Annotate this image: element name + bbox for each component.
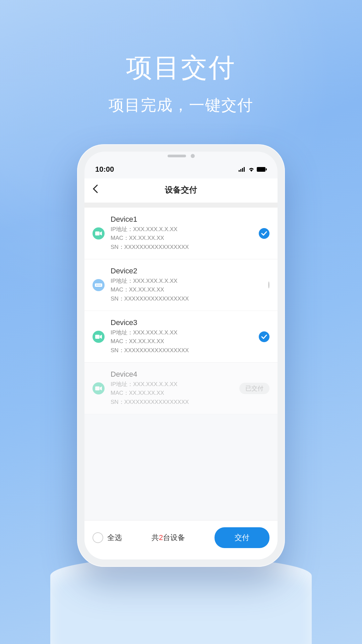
svg-point-11 [100,284,101,285]
svg-rect-0 [239,170,240,172]
svg-rect-13 [95,386,100,390]
svg-rect-1 [240,169,241,172]
nav-bar: 设备交付 [84,178,278,203]
device-sn: SN：XXXXXXXXXXXXXXXXX [111,294,264,303]
device-ip: IP地址：XXX.XXX.X.X.XX [111,380,235,389]
device-info: Device3IP地址：XXX.XXX.X.X.XXMAC：XX.XX.XX.X… [111,318,255,355]
hero-title: 项目交付 [0,50,362,86]
decorative-pedestal [50,557,312,644]
svg-rect-3 [244,167,245,172]
select-all-label: 全选 [107,533,122,543]
phone-notch [163,154,199,158]
svg-rect-12 [95,335,100,339]
svg-rect-7 [95,283,102,287]
status-icons [239,167,267,172]
check-icon [261,231,267,236]
battery-icon [257,167,267,172]
device-list: Device1IP地址：XXX.XXX.X.X.XXMAC：XX.XX.XX.X… [84,203,278,520]
delivered-badge: 已交付 [239,383,269,394]
svg-rect-4 [257,167,265,172]
svg-point-9 [98,284,99,285]
device-mac: MAC：XX.XX.XX.XX [111,389,235,397]
device-item: Device4IP地址：XXX.XXX.X.X.XXMAC：XX.XX.XX.X… [84,363,278,414]
device-name: Device4 [111,370,235,379]
device-mac: MAC：XX.XX.XX.XX [111,337,255,346]
device-sn: SN：XXXXXXXXXXXXXXXXX [111,346,255,355]
svg-rect-5 [266,168,267,170]
signal-icon [239,167,246,172]
device-info: Device1IP地址：XXX.XXX.X.X.XXMAC：XX.XX.XX.X… [111,215,255,252]
svg-rect-2 [242,168,243,172]
camera-icon [93,382,105,394]
svg-point-10 [99,284,100,285]
device-info: Device2IP地址：XXX.XXX.X.X.XXMAC：XX.XX.XX.X… [111,267,264,303]
device-item[interactable]: Device3IP地址：XXX.XXX.X.X.XXMAC：XX.XX.XX.X… [84,311,278,363]
hero: 项目交付 项目完成，一键交付 [0,0,362,116]
device-info: Device4IP地址：XXX.XXX.X.X.XXMAC：XX.XX.XX.X… [111,370,235,407]
camera-icon [93,227,105,239]
device-ip: IP地址：XXX.XXX.X.X.XX [111,277,264,285]
submit-button[interactable]: 交付 [215,527,269,548]
nav-title: 设备交付 [165,184,197,195]
device-item[interactable]: Device2IP地址：XXX.XXX.X.X.XXMAC：XX.XX.XX.X… [84,259,278,311]
device-item[interactable]: Device1IP地址：XXX.XXX.X.X.XXMAC：XX.XX.XX.X… [84,208,278,259]
device-name: Device3 [111,318,255,327]
nvr-icon [93,279,105,291]
device-ip: IP地址：XXX.XXX.X.X.XX [111,225,255,234]
svg-point-8 [96,284,97,285]
device-sn: SN：XXXXXXXXXXXXXXXXX [111,398,235,407]
check-icon [261,334,267,339]
svg-rect-6 [95,231,100,235]
bottom-bar: 全选 共2台设备 交付 [84,520,278,559]
phone-screen: 10:00 设备交付 Device1IP地址：XXX.XXX.X.X.XXMAC… [84,152,278,559]
status-time: 10:00 [95,165,114,174]
back-button[interactable] [93,184,98,196]
phone-mockup: 10:00 设备交付 Device1IP地址：XXX.XXX.X.X.XXMAC… [77,144,285,567]
device-mac: MAC：XX.XX.XX.XX [111,234,255,243]
device-checkbox[interactable] [259,331,269,342]
device-ip: IP地址：XXX.XXX.X.X.XX [111,328,255,337]
hero-subtitle: 项目完成，一键交付 [0,95,362,116]
device-checkbox[interactable] [268,281,269,288]
select-all[interactable]: 全选 [93,532,122,543]
device-mac: MAC：XX.XX.XX.XX [111,285,264,294]
chevron-left-icon [93,184,98,193]
wifi-icon [248,167,255,172]
camera-icon [93,331,105,343]
device-name: Device1 [111,215,255,224]
list-spacer [84,203,278,208]
select-all-checkbox[interactable] [93,532,103,543]
device-sn: SN：XXXXXXXXXXXXXXXXX [111,243,255,252]
total-count: 共2台设备 [122,533,215,543]
device-checkbox[interactable] [259,228,269,239]
device-name: Device2 [111,267,264,275]
